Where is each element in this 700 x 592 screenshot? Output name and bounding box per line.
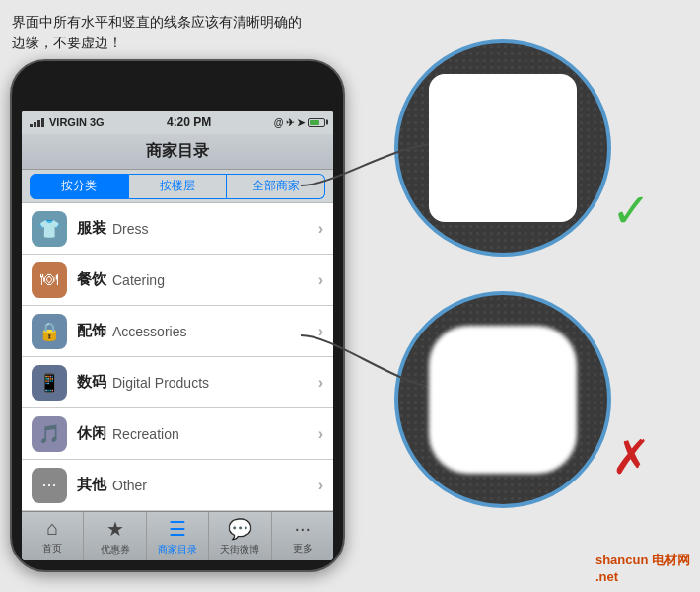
- segmented-control: 按分类 按楼层 全部商家: [22, 170, 333, 203]
- time-display: 4:20 PM: [167, 115, 211, 129]
- menu-item-other[interactable]: ··· 其他 Other ›: [22, 460, 333, 511]
- menu-list: 👕 服装 Dress › 🍽 餐饮 Catering › 🔒 配饰: [22, 203, 333, 511]
- menu-cn-other: 其他: [77, 476, 106, 494]
- watermark-text: shancun 电材网.net: [595, 553, 690, 584]
- menu-icon-recreation: 🎵: [32, 416, 67, 452]
- status-icons: @ ✈ ➤: [274, 117, 305, 128]
- menu-en-catering: Catering: [112, 272, 165, 288]
- tab-bar: ⌂ 首页 ★ 优惠券 ☰ 商家目录 💬 天街微博 ··· 更多: [22, 511, 333, 560]
- phone-container: VIRGIN 3G 4:20 PM @ ✈ ➤ 商家目录 按分类 按楼层 全部商…: [10, 59, 345, 572]
- checkmark-icon: ✓: [611, 183, 651, 238]
- chevron-icon-digital: ›: [318, 374, 323, 392]
- chevron-icon-recreation: ›: [318, 425, 323, 443]
- chevron-icon-accessories: ›: [318, 323, 323, 340]
- coupons-icon: ★: [106, 517, 124, 541]
- menu-text-digital: 数码 Digital Products: [77, 373, 318, 392]
- tab-merchant-label: 商家目录: [158, 543, 197, 556]
- carrier-label: VIRGIN: [49, 116, 87, 128]
- menu-text-recreation: 休闲 Recreation: [77, 424, 318, 443]
- tab-weibo-label: 天街微博: [220, 543, 259, 556]
- tab-more[interactable]: ··· 更多: [272, 512, 333, 560]
- menu-en-other: Other: [112, 478, 147, 493]
- signal-bar-2: [34, 122, 36, 127]
- home-icon: ⌂: [46, 517, 58, 540]
- tab-coupons-label: 优惠券: [101, 543, 130, 556]
- signal-bar-4: [41, 118, 44, 127]
- menu-icon-accessories: 🔒: [32, 314, 67, 349]
- inner-rect-good: [429, 74, 577, 222]
- menu-icon-other: ···: [32, 468, 67, 503]
- menu-icon-dress: 👕: [32, 211, 67, 247]
- xmark-icon: ✗: [611, 429, 651, 484]
- circle-bad: [394, 291, 611, 508]
- menu-en-digital: Digital Products: [112, 375, 209, 391]
- merchant-icon: ☰: [169, 517, 186, 541]
- seg-btn-all[interactable]: 全部商家: [227, 174, 325, 199]
- circle-good: [394, 39, 611, 257]
- chevron-icon-other: ›: [318, 477, 323, 494]
- tab-more-label: 更多: [293, 542, 313, 555]
- menu-item-recreation[interactable]: 🎵 休闲 Recreation ›: [22, 408, 333, 460]
- menu-cn-accessories: 配饰: [77, 322, 106, 340]
- instruction-line1: 界面中所有水平和竖直的线条应该有清晰明确的: [12, 14, 302, 30]
- menu-icon-catering: 🍽: [32, 262, 67, 298]
- menu-cn-digital: 数码: [77, 373, 106, 392]
- menu-text-dress: 服装 Dress: [77, 219, 318, 238]
- network-label: 3G: [90, 116, 105, 128]
- weibo-icon: 💬: [228, 517, 252, 541]
- tab-merchant[interactable]: ☰ 商家目录: [147, 512, 209, 560]
- signal-bar-1: [30, 124, 33, 127]
- seg-btn-floor[interactable]: 按楼层: [129, 174, 228, 199]
- menu-text-accessories: 配饰 Accessories: [77, 322, 318, 340]
- menu-text-other: 其他 Other: [77, 476, 318, 494]
- chevron-icon-dress: ›: [318, 220, 323, 238]
- signal-bar-3: [37, 120, 40, 127]
- menu-icon-digital: 📱: [32, 365, 67, 401]
- watermark: shancun 电材网.net: [595, 552, 690, 584]
- tab-coupons[interactable]: ★ 优惠券: [84, 512, 146, 560]
- signal-bars: [30, 118, 44, 127]
- nav-title: 商家目录: [22, 134, 333, 170]
- circle-good-content: [429, 74, 577, 222]
- circle-bad-content: [429, 326, 577, 474]
- battery-icon: [308, 118, 325, 127]
- inner-rect-bad: [429, 326, 577, 474]
- menu-item-catering[interactable]: 🍽 餐饮 Catering ›: [22, 255, 333, 306]
- battery-fill: [310, 120, 319, 125]
- status-left: VIRGIN 3G: [30, 116, 105, 128]
- tab-home-label: 首页: [42, 542, 62, 555]
- menu-item-digital[interactable]: 📱 数码 Digital Products ›: [22, 357, 333, 408]
- nav-title-text: 商家目录: [146, 141, 209, 162]
- illustration-area: ✓ ✗: [365, 30, 680, 562]
- chevron-icon-catering: ›: [318, 271, 323, 289]
- menu-en-accessories: Accessories: [112, 324, 186, 339]
- instruction-line2: 边缘，不要虚边！: [12, 35, 122, 50]
- instruction-area: 界面中所有水平和竖直的线条应该有清晰明确的 边缘，不要虚边！: [12, 12, 347, 53]
- tab-home[interactable]: ⌂ 首页: [22, 512, 84, 560]
- phone-screen: VIRGIN 3G 4:20 PM @ ✈ ➤ 商家目录 按分类 按楼层 全部商…: [22, 111, 333, 560]
- menu-item-accessories[interactable]: 🔒 配饰 Accessories ›: [22, 306, 333, 357]
- status-bar: VIRGIN 3G 4:20 PM @ ✈ ➤: [22, 111, 333, 134]
- menu-en-dress: Dress: [112, 221, 149, 237]
- menu-text-catering: 餐饮 Catering: [77, 270, 318, 289]
- tab-weibo[interactable]: 💬 天街微博: [209, 512, 271, 560]
- more-icon: ···: [294, 517, 311, 540]
- status-right: @ ✈ ➤: [274, 117, 325, 128]
- menu-item-dress[interactable]: 👕 服装 Dress ›: [22, 203, 333, 255]
- menu-cn-dress: 服装: [77, 219, 106, 238]
- menu-cn-recreation: 休闲: [77, 424, 106, 443]
- menu-en-recreation: Recreation: [112, 426, 179, 442]
- seg-btn-category[interactable]: 按分类: [30, 174, 129, 199]
- menu-cn-catering: 餐饮: [77, 270, 106, 289]
